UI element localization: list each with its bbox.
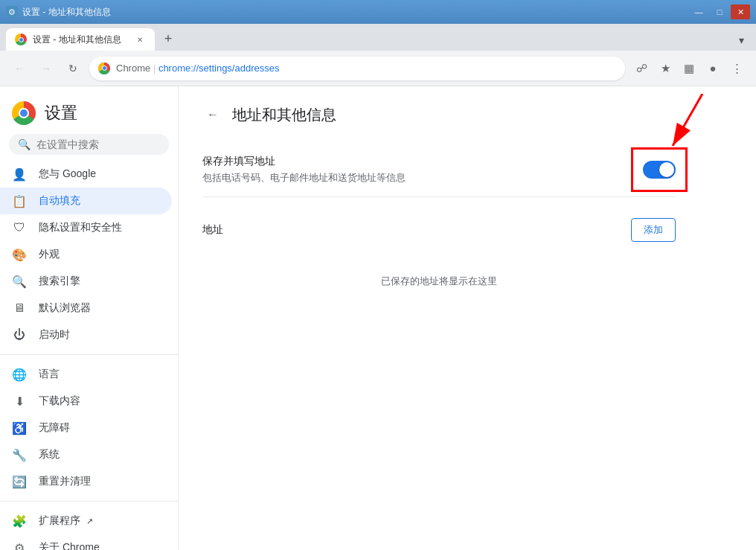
url-bar[interactable]: Chrome | chrome://settings/addresses (89, 57, 625, 80)
reset-icon: 🔄 (12, 474, 27, 489)
sidebar-item-accessibility[interactable]: ♿ 无障碍 (0, 415, 172, 441)
title-bar-left: ⚙ 设置 - 地址和其他信息 (6, 6, 111, 19)
sidebar-item-label: 扩展程序 ↗ (39, 514, 93, 528)
toggle-container (643, 161, 676, 179)
url-separator: | (153, 63, 158, 74)
sidebar-divider-1 (0, 354, 178, 355)
content-header: ← 地址和其他信息 (202, 104, 676, 125)
download-icon: ⬇ (12, 394, 27, 409)
content-inner: ← 地址和其他信息 保存并填写地址 包括电话号码、电子邮件地址和送货地址等信息 (179, 86, 699, 330)
save-addresses-desc: 包括电话号码、电子邮件地址和送货地址等信息 (202, 171, 631, 185)
sidebar-item-label: 自动填充 (39, 194, 80, 208)
address-bar: ← → ↻ Chrome | chrome://settings/address… (0, 51, 756, 86)
tab-bar: 设置 - 地址和其他信息 ✕ + ▾ (0, 24, 756, 51)
url-chrome-text: Chrome (116, 63, 150, 74)
external-link-icon: ↗ (86, 517, 93, 525)
add-address-button[interactable]: 添加 (631, 218, 676, 242)
sidebar-item-label: 搜索引擎 (39, 275, 80, 288)
autofill-icon: 📋 (12, 194, 27, 208)
title-bar: ⚙ 设置 - 地址和其他信息 — □ ✕ (0, 0, 756, 24)
search-icon: 🔍 (18, 138, 31, 150)
search-container: 🔍 (0, 131, 178, 161)
puzzle-icon: 🧩 (12, 514, 27, 528)
address-section: 地址 添加 已保存的地址将显示在这里 (202, 209, 676, 312)
sidebar-item-label: 隐私设置和安全性 (39, 221, 122, 234)
sidebar-item-downloads[interactable]: ⬇ 下载内容 (0, 388, 172, 415)
browser-icon: 🖥 (12, 301, 27, 316)
sidebar-item-startup[interactable]: ⏻ 启动时 (0, 322, 172, 348)
save-addresses-info: 保存并填写地址 包括电话号码、电子邮件地址和送货地址等信息 (202, 155, 631, 185)
sidebar-item-google[interactable]: 👤 您与 Google (0, 161, 172, 188)
back-button[interactable]: ← (202, 104, 223, 125)
page-title: 地址和其他信息 (232, 105, 336, 125)
save-addresses-title: 保存并填写地址 (202, 155, 631, 168)
sidebar-item-label: 外观 (39, 248, 60, 261)
gear-icon: ⚙ (12, 540, 27, 550)
window-title: 设置 - 地址和其他信息 (22, 6, 111, 19)
sidebar-item-label: 重置并清理 (39, 475, 91, 488)
forward-nav-button[interactable]: → (36, 58, 57, 79)
sidebar-item-label: 语言 (39, 368, 60, 381)
content-area: ← 地址和其他信息 保存并填写地址 包括电话号码、电子邮件地址和送货地址等信息 (179, 86, 756, 550)
shield-icon: 🛡 (12, 220, 27, 235)
tab-close-button[interactable]: ✕ (134, 33, 146, 45)
power-icon: ⏻ (12, 327, 27, 342)
sidebar-item-autofill[interactable]: 📋 自动填充 (0, 188, 172, 214)
star-icon[interactable]: ★ (655, 58, 676, 79)
tab-list-button[interactable]: ▾ (732, 31, 750, 49)
sidebar-item-browser[interactable]: 🖥 默认浏览器 (0, 295, 172, 322)
sidebar-item-reset[interactable]: 🔄 重置并清理 (0, 468, 172, 495)
sidebar-item-search[interactable]: 🔍 搜索引擎 (0, 268, 172, 295)
empty-state-message: 已保存的地址将显示在这里 (202, 251, 676, 312)
sidebar-item-label: 启动时 (39, 328, 70, 342)
settings-title: 设置 (45, 102, 77, 124)
profile-button[interactable]: ● (702, 58, 723, 79)
sidebar-header: 设置 (0, 92, 178, 131)
url-text: Chrome | chrome://settings/addresses (116, 63, 616, 74)
palette-icon: 🎨 (12, 247, 27, 262)
sidebar-divider-2 (0, 501, 178, 502)
main-layout: 设置 🔍 👤 您与 Google 📋 自动填充 🛡 隐私设置和安全性 🎨 外观 (0, 86, 756, 550)
address-section-title: 地址 (202, 223, 223, 237)
sidebar-item-label: 无障碍 (39, 421, 70, 435)
accessibility-icon: ♿ (12, 421, 27, 435)
minimize-button[interactable]: — (689, 4, 708, 19)
active-tab[interactable]: 设置 - 地址和其他信息 ✕ (6, 28, 155, 51)
chrome-logo (12, 101, 36, 125)
reload-button[interactable]: ↻ (63, 58, 83, 79)
sidebar-item-appearance[interactable]: 🎨 外观 (0, 241, 172, 268)
sidebar-item-extensions[interactable]: 🧩 扩展程序 ↗ (0, 508, 172, 534)
url-path-text: chrome://settings/addresses (158, 63, 280, 74)
chrome-logo-center (19, 108, 29, 118)
maximize-button[interactable]: □ (710, 4, 729, 19)
svg-line-1 (673, 94, 702, 146)
person-icon: 👤 (12, 167, 27, 182)
site-favicon (98, 63, 110, 74)
settings-search-input[interactable] (36, 138, 160, 150)
sidebar-item-label: 您与 Google (39, 167, 96, 181)
save-addresses-toggle[interactable] (643, 161, 676, 179)
search-engine-icon: 🔍 (12, 274, 27, 289)
sidebar-item-privacy[interactable]: 🛡 隐私设置和安全性 (0, 214, 172, 241)
sidebar-item-label: 下载内容 (39, 394, 80, 408)
sidebar-item-label: 默认浏览器 (39, 301, 91, 315)
bookmark-icon[interactable]: ☍ (631, 58, 652, 79)
sidebar-toggle-button[interactable]: ▦ (679, 58, 699, 79)
sidebar: 设置 🔍 👤 您与 Google 📋 自动填充 🛡 隐私设置和安全性 🎨 外观 (0, 86, 179, 550)
new-tab-button[interactable]: + (158, 28, 179, 49)
tab-title: 设置 - 地址和其他信息 (33, 33, 128, 46)
back-nav-button[interactable]: ← (9, 58, 30, 79)
wrench-icon: 🔧 (12, 447, 27, 462)
app-icon: ⚙ (6, 6, 18, 18)
close-button[interactable]: ✕ (731, 4, 750, 19)
address-section-header: 地址 添加 (202, 209, 676, 251)
toolbar-right: ☍ ★ ▦ ● ⋮ (631, 58, 747, 79)
sidebar-item-system[interactable]: 🔧 系统 (0, 441, 172, 468)
menu-button[interactable]: ⋮ (726, 58, 747, 79)
save-addresses-row: 保存并填写地址 包括电话号码、电子邮件地址和送货地址等信息 (202, 143, 676, 197)
globe-icon: 🌐 (12, 367, 27, 382)
toggle-knob (659, 162, 674, 177)
sidebar-item-language[interactable]: 🌐 语言 (0, 361, 172, 388)
sidebar-item-about[interactable]: ⚙ 关于 Chrome (0, 534, 172, 550)
tab-favicon (15, 33, 27, 45)
